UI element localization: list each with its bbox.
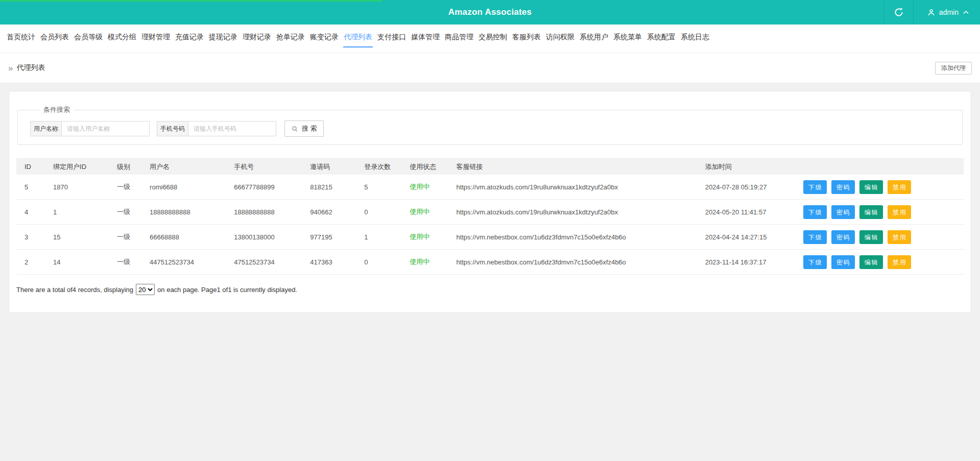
nav-item-8[interactable]: 理财记录 [242,30,272,47]
search-input-1[interactable] [62,121,150,136]
cell-status: 使用中 [401,200,448,225]
nav-item-1[interactable]: 首页统计 [6,30,36,47]
cell-id: 2 [16,250,45,275]
action-disable-button[interactable]: 禁用 [888,205,911,219]
cell-invite-code: 977195 [302,225,356,250]
nav-item-4[interactable]: 模式分组 [107,30,137,47]
search-icon [291,125,299,133]
nav-item-13[interactable]: 媒体管理 [411,30,440,47]
cell-actions: 下级密码编辑禁用 [795,200,964,225]
cell-actions: 下级密码编辑禁用 [795,175,964,200]
cell-phone: 13800138000 [226,225,302,250]
cell-username: 66668888 [141,225,226,250]
nav-item-17[interactable]: 访问权限 [545,30,575,47]
cell-login-count: 1 [356,225,401,250]
nav-item-6[interactable]: 充值记录 [175,30,204,47]
app-title: Amazon Associates [448,7,532,17]
refresh-button[interactable] [884,0,914,25]
cell-created-at: 2024-05-20 11:41:57 [697,200,795,225]
table-header-row: ID绑定用户ID级别用户名手机号邀请码登录次数使用状态客服链接添加时间 [16,159,964,175]
cell-login-count: 5 [356,175,401,200]
column-header-8: 使用状态 [401,159,448,175]
cell-level: 一级 [109,250,141,275]
search-fields: 用户名称手机号码 [30,121,283,136]
action-password-button[interactable]: 密码 [831,180,855,194]
nav-item-3[interactable]: 会员等级 [74,30,103,47]
nav-item-19[interactable]: 系统菜单 [613,30,642,47]
header-controls: admin [884,0,980,25]
cell-created-at: 2023-11-14 16:37:17 [697,250,795,275]
nav-item-12[interactable]: 支付接口 [377,30,407,47]
nav-item-14[interactable]: 商品管理 [444,30,474,47]
action-subordinates-button[interactable]: 下级 [803,205,827,219]
action-disable-button[interactable]: 禁用 [888,180,911,194]
column-header-9: 客服链接 [448,159,697,175]
action-subordinates-button[interactable]: 下级 [803,180,827,194]
column-header-7: 登录次数 [356,159,401,175]
nav-item-10[interactable]: 账变记录 [309,30,339,47]
table-row: 51870一级romi6688666777888998182155使用中http… [16,175,964,200]
cell-actions: 下级密码编辑禁用 [795,250,964,275]
nav-item-16[interactable]: 客服列表 [512,30,541,47]
action-password-button[interactable]: 密码 [831,255,855,269]
nav-item-9[interactable]: 抢单记录 [276,30,305,47]
refresh-icon [894,7,904,17]
nav-item-11[interactable]: 代理列表 [343,30,373,47]
cell-id: 5 [16,175,45,200]
action-password-button[interactable]: 密码 [831,230,855,244]
table-row: 214一级447512523734475125237344173630使用中ht… [16,250,964,275]
action-subordinates-button[interactable]: 下级 [803,255,827,269]
action-password-button[interactable]: 密码 [831,205,855,219]
table-row: 41一级18888888888188888888889406620使用中http… [16,200,964,225]
nav-item-18[interactable]: 系统用户 [579,30,609,47]
cell-invite-code: 940662 [302,200,356,225]
column-header-11 [795,159,964,175]
cell-status: 使用中 [401,250,448,275]
cell-service-link: https://vm.atozkuds.com/19ru8urwknuax1kd… [448,175,697,200]
action-disable-button[interactable]: 禁用 [888,255,911,269]
search-input-2[interactable] [188,121,276,136]
column-header-5: 手机号 [226,159,302,175]
nav-item-5[interactable]: 理财管理 [141,30,171,47]
nav-item-7[interactable]: 提现记录 [208,30,238,47]
cell-service-link: https://vm.atozkuds.com/19ru8urwknuax1kd… [448,200,697,225]
page-size-select[interactable]: 20 [136,284,155,295]
cell-invite-code: 818215 [302,175,356,200]
cell-id: 3 [16,225,45,250]
pagination-text-after: on each page. Page1 of1 is currently dis… [157,286,297,294]
search-panel-legend: 条件搜索 [39,105,74,114]
loading-progress-bar [0,0,382,2]
cell-phone: 18888888888 [226,200,302,225]
table-row: 315一级66668888138001380009771951使用中https:… [16,225,964,250]
nav-item-21[interactable]: 系统日志 [680,30,710,47]
cell-status: 使用中 [401,225,448,250]
cell-phone: 47512523734 [226,250,302,275]
search-field-label: 用户名称 [30,121,62,136]
column-header-4: 用户名 [141,159,226,175]
action-edit-button[interactable]: 编辑 [859,205,883,219]
search-button-label: 搜 索 [302,124,317,133]
action-subordinates-button[interactable]: 下级 [803,230,827,244]
action-edit-button[interactable]: 编辑 [859,230,883,244]
nav-item-20[interactable]: 系统配置 [647,30,676,47]
column-header-10: 添加时间 [697,159,795,175]
page-title: 代理列表 [16,63,45,72]
nav-item-15[interactable]: 交易控制 [478,30,508,47]
column-header-6: 邀请码 [302,159,356,175]
add-agent-button[interactable]: 添加代理 [935,62,972,75]
cell-id: 4 [16,200,45,225]
action-edit-button[interactable]: 编辑 [859,180,883,194]
cell-username: romi6688 [141,175,226,200]
search-button[interactable]: 搜 索 [284,120,324,137]
admin-username: admin [939,8,959,16]
cell-service-link: https://vm.nebestbox.com/1u6dz3fdmvn7c15… [448,250,697,275]
pagination-text-before: There are a total of4 records, displayin… [16,286,133,294]
column-header-1: ID [16,159,45,175]
admin-menu[interactable]: admin [914,0,980,25]
page: Amazon Associates admin [0,0,980,461]
nav-item-2[interactable]: 会员列表 [40,30,69,47]
cell-phone: 66677788899 [226,175,302,200]
chevron-up-icon [962,9,970,16]
action-disable-button[interactable]: 禁用 [888,230,911,244]
action-edit-button[interactable]: 编辑 [859,255,883,269]
